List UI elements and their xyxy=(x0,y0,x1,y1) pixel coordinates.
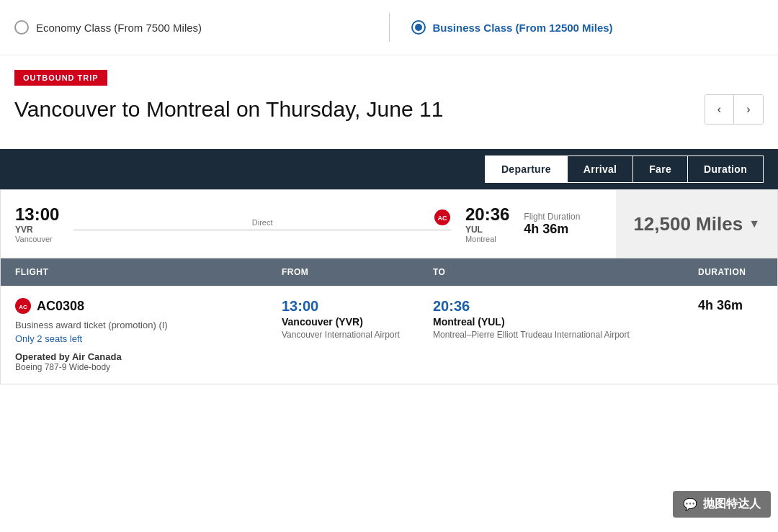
fd-flight: AC AC0308 Business award ticket (promoti… xyxy=(1,298,267,372)
svg-text:AC: AC xyxy=(19,304,27,310)
from-time: 13:00 xyxy=(282,298,404,315)
departure-name: Vancouver xyxy=(15,235,59,243)
watermark-text: 抛图特达人 xyxy=(703,497,761,512)
watermark-icon: 💬 xyxy=(683,497,697,511)
flight-details-row: AC AC0308 Business award ticket (promoti… xyxy=(1,286,777,384)
prev-date-button[interactable]: ‹ xyxy=(705,95,734,124)
to-city: Montreal (YUL) xyxy=(433,316,669,328)
business-radio[interactable] xyxy=(411,20,426,35)
class-selection: Economy Class (From 7500 Miles) Business… xyxy=(0,0,778,55)
departure-time: 13:00 xyxy=(15,204,59,225)
business-option[interactable]: Business Class (From 12500 Miles) xyxy=(411,13,764,42)
outbound-badge: OUTBOUND TRIP xyxy=(14,70,107,86)
operated-by: Operated by Air Canada xyxy=(15,351,253,362)
sort-duration-button[interactable]: Duration xyxy=(688,155,764,183)
to-airport: Montreal–Pierre Elliott Trudeau Internat… xyxy=(433,329,669,341)
header-flight: FLIGHT xyxy=(1,258,267,286)
to-time: 20:36 xyxy=(433,298,669,315)
header-to: TO xyxy=(419,258,684,286)
flight-summary-left: 13:00 YVR Vancouver Direct AC xyxy=(1,190,616,258)
summary-duration-value: 4h 36m xyxy=(524,222,568,237)
arrival-block: 20:36 YUL Montreal xyxy=(465,204,509,243)
next-date-button[interactable]: › xyxy=(734,95,763,124)
row-duration: 4h 36m xyxy=(698,298,763,313)
arrival-code: YUL xyxy=(465,225,509,235)
fd-duration: 4h 36m xyxy=(684,298,777,313)
flight-num: AC AC0308 xyxy=(15,298,253,314)
economy-label: Economy Class (From 7500 Miles) xyxy=(36,22,202,34)
price-chevron-icon: ▼ xyxy=(748,217,760,230)
from-airport: Vancouver International Airport xyxy=(282,329,404,341)
arrival-name: Montreal xyxy=(465,235,509,243)
economy-option[interactable]: Economy Class (From 7500 Miles) xyxy=(14,13,390,42)
sort-arrival-button[interactable]: Arrival xyxy=(568,155,633,183)
departure-code: YVR xyxy=(15,225,59,235)
svg-text:AC: AC xyxy=(437,215,447,222)
price-value: 12,500 Miles xyxy=(633,213,743,235)
fd-from: 13:00 Vancouver (YVR) Vancouver Internat… xyxy=(267,298,419,341)
fd-to: 20:36 Montreal (YUL) Montreal–Pierre Ell… xyxy=(419,298,684,341)
direct-label: Direct xyxy=(252,218,273,227)
from-city: Vancouver (YVR) xyxy=(282,316,404,328)
aircraft-type: Boeing 787-9 Wide-body xyxy=(15,362,253,372)
flight-number: AC0308 xyxy=(37,299,84,314)
price-block[interactable]: 12,500 Miles ▼ xyxy=(616,190,777,258)
flight-summary: 13:00 YVR Vancouver Direct AC xyxy=(1,190,777,258)
economy-radio[interactable] xyxy=(14,20,29,35)
departure-block: 13:00 YVR Vancouver xyxy=(15,204,59,243)
flight-details-header: FLIGHT FROM TO DURATION xyxy=(1,258,777,286)
sort-departure-button[interactable]: Departure xyxy=(485,155,568,183)
business-label: Business Class (From 12500 Miles) xyxy=(433,22,613,34)
route-title: Vancouver to Montreal on Thursday, June … xyxy=(14,97,443,122)
sort-bar: Departure Arrival Fare Duration xyxy=(0,149,778,189)
route-header: Vancouver to Montreal on Thursday, June … xyxy=(14,94,764,125)
ticket-type: Business award ticket (promotion) (I) xyxy=(15,320,253,330)
flight-line: AC xyxy=(73,230,451,230)
flight-card: 13:00 YVR Vancouver Direct AC xyxy=(0,189,778,384)
date-nav: ‹ › xyxy=(705,94,764,125)
summary-duration-label: Flight Duration xyxy=(524,212,580,222)
header-from: FROM xyxy=(267,258,419,286)
arrival-time: 20:36 xyxy=(465,204,509,225)
sort-fare-button[interactable]: Fare xyxy=(633,155,688,183)
summary-duration-block: Flight Duration 4h 36m xyxy=(509,212,602,237)
outbound-section: OUTBOUND TRIP Vancouver to Montreal on T… xyxy=(0,55,778,132)
seats-left: Only 2 seats left xyxy=(15,333,253,344)
page-wrapper: Economy Class (From 7500 Miles) Business… xyxy=(0,0,778,384)
watermark: 💬 抛图特达人 xyxy=(673,491,771,518)
ac-logo-small: AC xyxy=(434,209,451,226)
ac-logo-icon: AC xyxy=(15,298,31,314)
header-duration: DURATION xyxy=(684,258,777,286)
flight-line-wrapper: Direct AC xyxy=(59,218,465,230)
